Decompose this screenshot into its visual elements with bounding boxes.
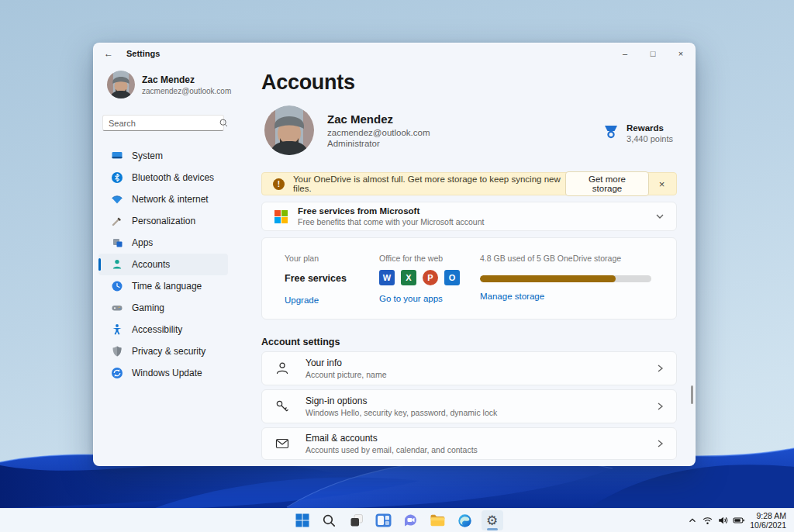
warning-icon: ! [273, 178, 285, 190]
brush-icon [111, 215, 123, 227]
free-services-card[interactable]: Free services from Microsoft Free benefi… [261, 202, 677, 231]
sidebar-item-label: Apps [132, 237, 153, 248]
tray-battery-icon[interactable] [733, 515, 745, 526]
settings-window: ← Settings – □ × Zac Mendez [93, 43, 696, 466]
banner-close-icon[interactable]: × [654, 178, 670, 190]
system-tray: 9:28 AM 10/6/2021 [687, 511, 789, 530]
row-title: Sign-in options [306, 396, 497, 406]
storage-progress-fill [480, 275, 616, 282]
sidebar-item-personalization[interactable]: Personalization [98, 210, 228, 232]
plan-card: Your plan Free services Upgrade Office f… [261, 237, 677, 320]
sidebar-item-system[interactable]: System [98, 145, 228, 167]
sidebar-item-privacy-security[interactable]: Privacy & security [98, 340, 228, 362]
bluetooth-icon [111, 171, 123, 184]
widgets-icon[interactable] [373, 510, 395, 530]
sidebar-item-label: Bluetooth & devices [132, 172, 214, 183]
get-more-storage-button[interactable]: Get more storage [565, 171, 649, 196]
search-box[interactable] [102, 115, 224, 131]
shield-icon [111, 345, 123, 358]
task-view-icon[interactable] [346, 510, 368, 530]
envelope-icon [274, 436, 292, 451]
plan-value: Free services [285, 273, 347, 284]
office-header: Office for the web [379, 254, 460, 263]
sign-in-options-row[interactable]: Sign-in options Windows Hello, security … [261, 389, 677, 423]
tray-chevron-up-icon[interactable] [687, 515, 698, 526]
account-settings-heading: Account settings [261, 337, 340, 347]
close-button[interactable]: × [667, 43, 695, 64]
sidebar-item-label: Privacy & security [132, 346, 205, 357]
sidebar: Zac Mendez zacmendez@outlook.com System … [94, 64, 261, 465]
search-taskbar-icon[interactable] [319, 510, 340, 530]
word-icon[interactable]: W [379, 270, 395, 285]
clock-icon [111, 280, 123, 292]
excel-icon[interactable]: X [401, 270, 416, 285]
sidebar-item-time-language[interactable]: Time & language [98, 275, 228, 297]
edge-icon[interactable] [454, 510, 476, 530]
go-to-apps-link[interactable]: Go to your apps [379, 294, 443, 303]
email-accounts-row[interactable]: Email & accounts Accounts used by email,… [261, 427, 677, 460]
start-button[interactable] [292, 510, 313, 530]
wifi-icon [111, 193, 123, 206]
rewards-icon [602, 123, 620, 140]
your-info-row[interactable]: Your info Account picture, name [261, 351, 677, 385]
sidebar-item-network-internet[interactable]: Network & internet [98, 188, 228, 210]
person-icon [274, 361, 292, 376]
row-subtitle: Accounts used by email, calendar, and co… [306, 445, 478, 454]
chevron-right-icon [654, 401, 665, 412]
accounts-icon [111, 258, 123, 271]
clock[interactable]: 9:28 AM 10/6/2021 [750, 511, 789, 530]
account-profile: Zac Mendez zacmendez@outlook.com Adminis… [264, 105, 430, 155]
storage-header: 4.8 GB used of 5 GB OneDrive storage [480, 254, 651, 263]
user-email: zacmendez@outlook.com [142, 87, 231, 95]
sidebar-item-accounts[interactable]: Accounts [98, 254, 228, 275]
free-card-title: Free services from Microsoft [298, 206, 484, 216]
banner-message: Your OneDrive is almost full. Get more s… [293, 174, 565, 193]
rewards-widget[interactable]: Rewards 3,440 points [602, 123, 673, 143]
accessibility-icon [111, 323, 123, 336]
sidebar-item-gaming[interactable]: Gaming [98, 297, 228, 319]
sidebar-item-label: Network & internet [132, 194, 209, 205]
row-title: Your info [306, 358, 386, 368]
sidebar-item-label: Accessibility [132, 324, 182, 335]
scrollbar-thumb[interactable] [691, 385, 693, 404]
chat-icon[interactable] [400, 510, 422, 530]
sidebar-item-label: Windows Update [132, 368, 202, 378]
titlebar: ← Settings – □ × [94, 43, 695, 64]
storage-progress-bar [480, 275, 651, 282]
profile-role: Administrator [327, 139, 430, 148]
manage-storage-link[interactable]: Manage storage [480, 292, 544, 301]
sidebar-item-label: Time & language [132, 281, 202, 292]
plan-header: Your plan [285, 254, 347, 263]
upgrade-link[interactable]: Upgrade [285, 295, 319, 305]
settings-taskbar-icon[interactable]: ⚙ [482, 510, 503, 530]
chevron-right-icon [654, 438, 665, 449]
minimize-button[interactable]: – [611, 43, 639, 64]
chevron-down-icon[interactable] [654, 211, 665, 222]
update-icon [111, 367, 123, 379]
sidebar-item-bluetooth-devices[interactable]: Bluetooth & devices [98, 167, 228, 188]
page-title: Accounts [261, 71, 355, 95]
search-input[interactable] [109, 119, 219, 128]
avatar [107, 71, 135, 98]
sidebar-item-label: Personalization [132, 216, 195, 226]
tray-wifi-icon[interactable] [702, 515, 713, 526]
office-apps: W X P O [379, 270, 460, 285]
taskbar: ⚙ 9:28 AM 10/6/2021 [0, 508, 794, 532]
file-explorer-icon[interactable] [427, 510, 449, 530]
sidebar-item-accessibility[interactable]: Accessibility [98, 319, 228, 340]
avatar-large[interactable] [264, 105, 314, 155]
chevron-right-icon [654, 363, 665, 374]
profile-email: zacmendez@outlook.com [327, 128, 430, 137]
tray-volume-icon[interactable] [717, 515, 729, 526]
sidebar-item-label: System [132, 150, 163, 161]
main-content: Accounts Zac Mendez zacmendez@outlook.co… [261, 64, 695, 465]
maximize-button[interactable]: □ [639, 43, 667, 64]
powerpoint-icon[interactable]: P [423, 270, 438, 285]
sidebar-user-card[interactable]: Zac Mendez zacmendez@outlook.com [107, 71, 261, 98]
row-title: Email & accounts [306, 433, 478, 444]
outlook-icon[interactable]: O [444, 270, 460, 285]
sidebar-item-apps[interactable]: Apps [98, 232, 228, 254]
system-icon [111, 150, 123, 162]
sidebar-item-windows-update[interactable]: Windows Update [98, 362, 228, 384]
back-button[interactable]: ← [97, 48, 120, 59]
